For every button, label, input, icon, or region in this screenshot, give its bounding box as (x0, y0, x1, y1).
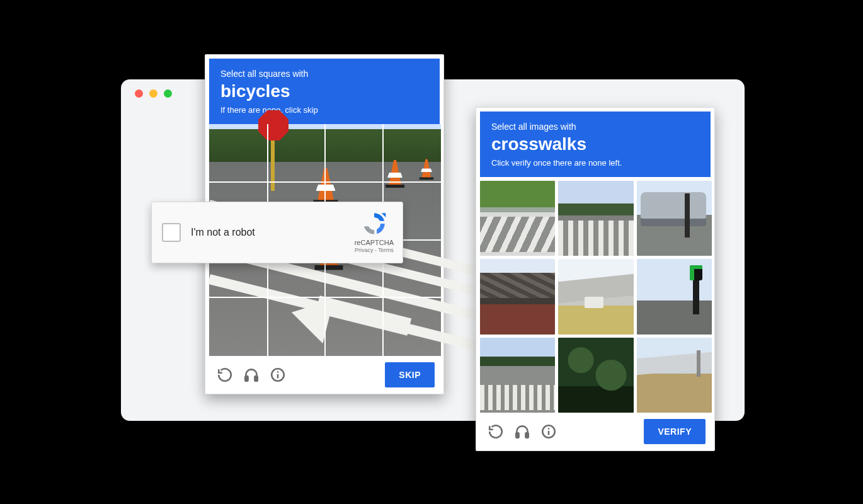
captcha-header: Select all images with crosswalks Click … (480, 112, 711, 177)
headphones-icon[interactable] (514, 423, 530, 440)
recaptcha-logo-icon (362, 211, 387, 238)
svg-point-4 (277, 371, 279, 373)
svg-rect-1 (254, 376, 257, 381)
recaptcha-anchor-widget: I'm not a robot reCAPTCHA Privacy - Term… (151, 202, 403, 263)
captcha-tile[interactable] (637, 259, 712, 334)
captcha-header: Select all squares with bicycles If ther… (209, 59, 440, 124)
captcha-cell[interactable] (209, 298, 267, 356)
info-icon[interactable] (270, 367, 286, 383)
svg-point-9 (548, 428, 550, 430)
recaptcha-terms-link[interactable]: Terms (378, 247, 394, 253)
captcha-header-target: bicycles (220, 81, 428, 102)
captcha-cell[interactable] (267, 298, 325, 356)
recaptcha-brand: reCAPTCHA Privacy - Terms (355, 211, 394, 254)
skip-button[interactable]: SKIP (385, 362, 435, 387)
svg-rect-5 (516, 433, 518, 438)
captcha-header-pre: Select all squares with (220, 69, 428, 79)
svg-rect-6 (525, 433, 528, 438)
headphones-icon[interactable] (243, 367, 260, 383)
window-traffic-lights (135, 89, 172, 98)
captcha-header-post: Click verify once there are none left. (491, 158, 699, 168)
captcha-tile[interactable] (480, 259, 555, 334)
captcha-header-target: crosswalks (491, 134, 699, 155)
captcha-cell[interactable] (325, 124, 383, 182)
captcha-tile[interactable] (480, 338, 555, 413)
info-icon[interactable] (540, 423, 557, 440)
svg-rect-0 (245, 376, 248, 381)
recaptcha-label: I'm not a robot (191, 227, 355, 238)
window-close-dot[interactable] (135, 89, 143, 98)
captcha-tile[interactable] (480, 181, 555, 256)
captcha-cell[interactable] (209, 124, 267, 182)
recaptcha-privacy-link[interactable]: Privacy (355, 247, 374, 253)
captcha-tile[interactable] (637, 181, 712, 256)
svg-marker-10 (381, 213, 386, 217)
captcha-tile[interactable] (558, 181, 633, 256)
captcha-challenge-crosswalks: Select all images with crosswalks Click … (476, 107, 715, 451)
window-zoom-dot[interactable] (164, 89, 172, 98)
captcha-cell[interactable] (383, 124, 441, 182)
verify-button[interactable]: VERIFY (644, 419, 706, 444)
captcha-cell[interactable] (267, 124, 325, 182)
reload-icon[interactable] (488, 423, 504, 440)
reload-icon[interactable] (217, 367, 233, 383)
captcha-image-grid-3x3 (480, 181, 712, 413)
captcha-footer: SKIP (209, 356, 440, 390)
window-minimize-dot[interactable] (149, 89, 157, 98)
recaptcha-checkbox[interactable] (162, 223, 181, 242)
recaptcha-legal-links: Privacy - Terms (355, 247, 394, 254)
captcha-footer: VERIFY (480, 413, 711, 447)
captcha-tile[interactable] (558, 338, 633, 413)
captcha-header-pre: Select all images with (491, 122, 699, 132)
captcha-cell[interactable] (383, 298, 441, 356)
captcha-header-post: If there are none, click skip (220, 105, 428, 115)
captcha-cell[interactable] (325, 298, 383, 356)
captcha-tile[interactable] (558, 259, 633, 334)
recaptcha-brand-name: reCAPTCHA (355, 239, 394, 247)
captcha-tile[interactable] (637, 338, 712, 413)
